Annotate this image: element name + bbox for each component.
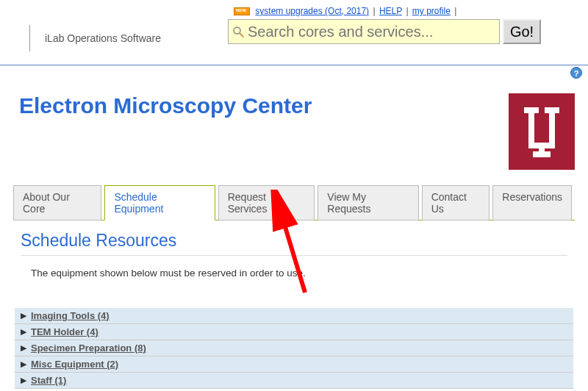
- divider: [21, 255, 567, 256]
- tab-about-our-core[interactable]: About Our Core: [13, 185, 101, 220]
- category-link[interactable]: TEM Holder (4): [31, 326, 98, 337]
- category-row[interactable]: ▶ Imaging Tools (4): [15, 308, 573, 324]
- link-my-profile[interactable]: my profile: [412, 6, 451, 16]
- divider: [29, 25, 30, 51]
- category-row[interactable]: ▶ Misc Equipment (2): [15, 356, 573, 373]
- link-help[interactable]: HELP: [379, 6, 402, 16]
- separator: |: [454, 6, 456, 16]
- expand-icon: ▶: [21, 343, 26, 353]
- divider: [0, 65, 588, 65]
- separator: |: [373, 6, 375, 16]
- expand-icon: ▶: [21, 376, 26, 385]
- tab-bar: About Our Core Schedule Equipment Reques…: [13, 184, 575, 220]
- help-icon[interactable]: ?: [570, 67, 582, 79]
- expand-icon: ▶: [21, 359, 26, 369]
- brand-text: iLab Operations Software: [45, 32, 161, 44]
- tab-view-my-requests[interactable]: View My Requests: [318, 185, 418, 220]
- category-list: ▶ Imaging Tools (4) ▶ TEM Holder (4) ▶ S…: [15, 308, 573, 389]
- search-box[interactable]: [228, 19, 500, 44]
- category-link[interactable]: Staff (1): [31, 375, 66, 386]
- tab-reservations[interactable]: Reservations: [492, 185, 572, 220]
- tab-schedule-equipment[interactable]: Schedule Equipment: [104, 185, 215, 220]
- separator: |: [406, 6, 408, 16]
- svg-rect-3: [528, 107, 534, 148]
- category-link[interactable]: Imaging Tools (4): [31, 310, 110, 321]
- top-links: system upgrades (Oct, 2017) | HELP | my …: [228, 6, 588, 16]
- tab-contact-us[interactable]: Contact Us: [422, 185, 490, 220]
- category-row[interactable]: ▶ TEM Holder (4): [15, 324, 573, 340]
- category-link[interactable]: Specimen Preparation (8): [31, 342, 146, 354]
- expand-icon: ▶: [21, 327, 26, 337]
- expand-icon: ▶: [21, 311, 26, 320]
- link-system-upgrades[interactable]: system upgrades (Oct, 2017): [255, 6, 369, 16]
- category-row[interactable]: ▶ Specimen Preparation (8): [15, 340, 573, 356]
- search-input[interactable]: [248, 24, 496, 40]
- category-row[interactable]: ▶ Staff (1): [15, 373, 573, 389]
- svg-line-1: [240, 33, 243, 37]
- svg-rect-5: [549, 107, 555, 148]
- section-title: Schedule Resources: [21, 231, 567, 251]
- iu-logo: [509, 93, 575, 170]
- category-link[interactable]: Misc Equipment (2): [31, 359, 118, 370]
- search-icon: [232, 25, 245, 38]
- go-button[interactable]: Go!: [503, 19, 541, 44]
- page-title: Electron Microscopy Center: [19, 93, 509, 118]
- tab-request-services[interactable]: Request Services: [218, 185, 315, 220]
- section-blurb: The equipment shown below must be reserv…: [31, 268, 567, 279]
- new-badge-icon: [234, 7, 250, 15]
- svg-rect-8: [533, 151, 551, 157]
